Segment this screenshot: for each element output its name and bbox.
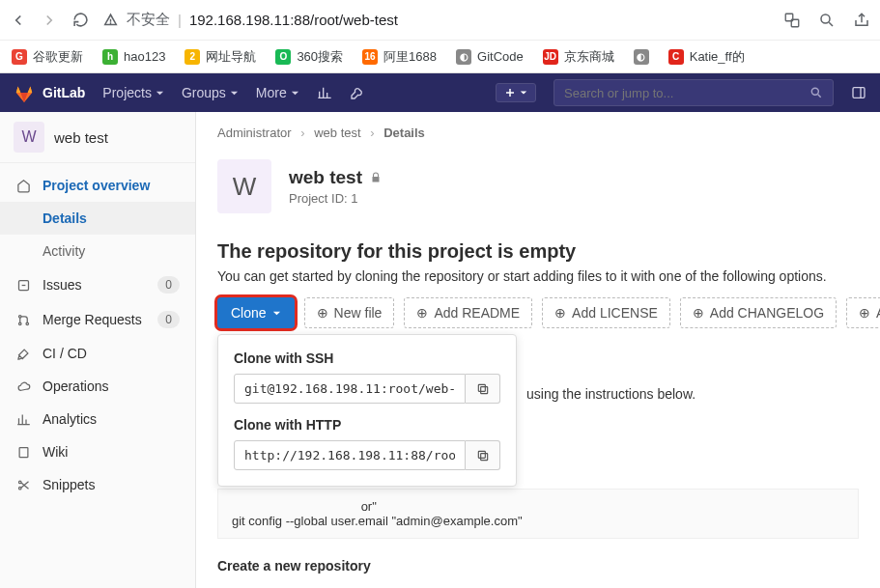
mrs-count: 0 xyxy=(157,311,180,328)
sidebar-issues[interactable]: Issues 0 xyxy=(0,267,195,302)
svg-point-11 xyxy=(18,487,21,490)
svg-rect-9 xyxy=(19,447,28,457)
crumb-owner[interactable]: Administrator xyxy=(217,126,292,140)
bookmark-favicon: 16 xyxy=(362,49,378,65)
svg-point-6 xyxy=(18,315,21,318)
copy-http-button[interactable] xyxy=(466,440,500,470)
sidebar-details[interactable]: Details xyxy=(0,202,195,235)
search-input[interactable] xyxy=(564,86,809,100)
bookmark-favicon: C xyxy=(668,49,684,65)
forward-button[interactable] xyxy=(41,12,58,29)
bookmark-item[interactable]: 2网址导航 xyxy=(185,48,256,66)
chevron-down-icon xyxy=(272,309,281,318)
add-license-button[interactable]: ⊕Add LICENSE xyxy=(542,297,670,328)
project-sidebar: W web test Project overview Details Acti… xyxy=(0,112,196,588)
project-title: web test xyxy=(289,167,382,188)
lock-icon xyxy=(370,172,382,183)
bookmark-item[interactable]: JD京东商城 xyxy=(543,48,614,66)
bookmark-favicon: JD xyxy=(543,49,558,65)
action-row: Clone ⊕New file ⊕Add README ⊕Add LICENSE… xyxy=(217,297,859,328)
bookmark-item[interactable]: G谷歌更新 xyxy=(12,48,83,66)
add-contributing-button[interactable]: ⊕Add CONTRIBU xyxy=(846,297,880,328)
sidebar-cicd[interactable]: CI / CD xyxy=(0,337,195,370)
svg-point-10 xyxy=(18,481,21,484)
new-file-button[interactable]: ⊕New file xyxy=(304,297,395,328)
empty-repo-title: The repository for this project is empty xyxy=(217,240,859,263)
bookmark-item[interactable]: O360搜索 xyxy=(275,48,343,66)
sidebar-operations[interactable]: Operations xyxy=(0,370,195,403)
clone-ssh-label: Clone with SSH xyxy=(234,350,500,366)
translate-icon[interactable] xyxy=(783,12,801,29)
reload-button[interactable] xyxy=(71,12,89,29)
url-text: 192.168.198.11:88/root/web-test xyxy=(189,12,398,28)
back-button[interactable] xyxy=(10,12,27,29)
clone-ssh-input[interactable] xyxy=(234,374,466,404)
clone-button[interactable]: Clone xyxy=(217,297,295,328)
activity-icon[interactable] xyxy=(317,85,332,100)
bookmark-item[interactable]: hhao123 xyxy=(102,49,165,65)
zoom-icon[interactable] xyxy=(818,12,836,29)
bookmark-item[interactable]: ◐ xyxy=(634,49,649,65)
home-icon xyxy=(15,178,31,193)
sidebar-analytics[interactable]: Analytics xyxy=(0,403,195,435)
sidebar-overview[interactable]: Project overview xyxy=(0,169,195,202)
project-id: Project ID: 1 xyxy=(289,191,382,206)
gitlab-topnav: GitLab Projects Groups More xyxy=(0,73,880,112)
issues-icon xyxy=(15,277,31,293)
sidebar-activity[interactable]: Activity xyxy=(0,235,195,267)
project-avatar-small: W xyxy=(14,122,44,153)
crumb-page: Details xyxy=(383,126,425,140)
git-config-code: or" git config --global user.email "admi… xyxy=(217,489,859,539)
svg-rect-13 xyxy=(478,384,485,391)
global-search[interactable] xyxy=(554,79,834,106)
nav-projects[interactable]: Projects xyxy=(102,85,164,100)
not-secure-label: 不安全 xyxy=(127,11,170,29)
copy-icon xyxy=(476,449,490,462)
bookmark-item[interactable]: CKatie_ff的 xyxy=(668,48,745,66)
nav-more[interactable]: More xyxy=(256,85,299,100)
search-icon xyxy=(809,86,823,99)
scissors-icon xyxy=(15,477,31,492)
bookmark-favicon: G xyxy=(12,49,27,65)
breadcrumb: Administrator › web test › Details xyxy=(217,126,859,140)
issues-count: 0 xyxy=(157,276,180,294)
clone-http-label: Clone with HTTP xyxy=(234,417,500,433)
share-icon[interactable] xyxy=(853,12,870,29)
copy-icon xyxy=(476,382,490,396)
wrench-icon[interactable] xyxy=(350,85,365,100)
svg-rect-12 xyxy=(480,386,487,393)
project-header: W web test Project ID: 1 xyxy=(217,159,859,213)
nav-groups[interactable]: Groups xyxy=(182,85,239,100)
add-readme-button[interactable]: ⊕Add README xyxy=(404,297,532,328)
browser-toolbar: 不安全 | 192.168.198.11:88/root/web-test xyxy=(0,0,880,41)
new-dropdown[interactable] xyxy=(496,83,536,102)
crumb-project[interactable]: web test xyxy=(314,126,360,140)
content-area: Administrator › web test › Details W web… xyxy=(196,112,880,588)
copy-ssh-button[interactable] xyxy=(466,374,500,404)
sidebar-header[interactable]: W web test xyxy=(0,112,195,163)
merge-icon xyxy=(15,312,31,327)
chart-icon xyxy=(15,411,31,427)
svg-rect-4 xyxy=(853,88,865,98)
create-repo-title: Create a new repository xyxy=(217,558,859,574)
project-avatar: W xyxy=(217,159,271,213)
bookmarks-bar: G谷歌更新hhao1232网址导航O360搜索16阿里1688◐GitCodeJ… xyxy=(0,41,880,73)
svg-point-3 xyxy=(811,88,818,95)
bookmark-item[interactable]: 16阿里1688 xyxy=(362,48,437,66)
bookmark-favicon: ◐ xyxy=(456,49,471,65)
gitlab-brand[interactable]: GitLab xyxy=(14,82,85,103)
sidebar-wiki[interactable]: Wiki xyxy=(0,435,195,468)
bookmark-item[interactable]: ◐GitCode xyxy=(456,49,524,65)
sidebar-merge-requests[interactable]: Merge Requests 0 xyxy=(0,302,195,337)
svg-point-7 xyxy=(18,322,21,325)
svg-rect-14 xyxy=(480,453,487,460)
not-secure-icon xyxy=(102,12,119,28)
sidebar-toggle-icon[interactable] xyxy=(851,85,866,100)
clone-http-input[interactable] xyxy=(234,440,466,470)
sidebar-snippets[interactable]: Snippets xyxy=(0,468,195,501)
bookmark-favicon: O xyxy=(275,49,291,65)
add-changelog-button[interactable]: ⊕Add CHANGELOG xyxy=(680,297,837,328)
book-icon xyxy=(15,444,31,460)
bookmark-favicon: h xyxy=(102,49,118,65)
address-bar[interactable]: 不安全 | 192.168.198.11:88/root/web-test xyxy=(102,11,770,29)
